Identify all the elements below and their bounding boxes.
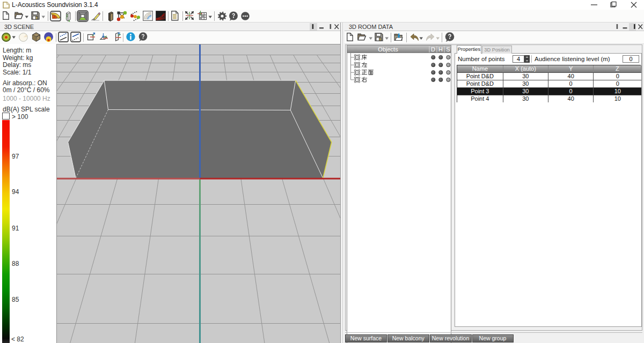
svg-text:H: H	[438, 46, 443, 53]
svg-text:D: D	[431, 46, 435, 53]
svg-text:S: S	[446, 46, 450, 53]
svg-text:Objects: Objects	[378, 46, 398, 53]
